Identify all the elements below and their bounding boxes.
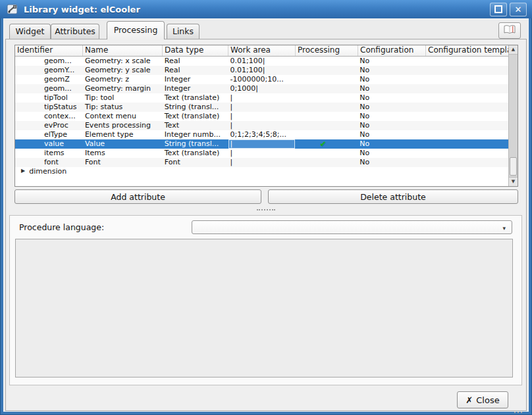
table-row[interactable]: itemsItemsText (translate)|No <box>15 149 508 158</box>
expander-icon[interactable]: ▶ <box>21 166 25 176</box>
cell-data-type: Text (translate) <box>163 112 228 121</box>
delete-attribute-button[interactable]: Delete attribute <box>268 189 518 204</box>
cell-identifier: tipTool <box>15 93 83 103</box>
scrollbar-thumb[interactable] <box>510 157 517 176</box>
tab-attributes[interactable]: Attributes <box>51 24 99 39</box>
cell-processing <box>295 57 358 66</box>
cell-configuration: No <box>358 103 425 112</box>
cell-identifier: tipStatus <box>15 103 83 112</box>
cell-configuration: No <box>358 75 425 84</box>
table-row[interactable]: tipToolTip: toolText (translate)|No <box>15 93 508 103</box>
cell-configuration: No <box>358 121 425 130</box>
cell-identifier: font <box>15 158 83 167</box>
scroll-down-button[interactable]: ▼ <box>509 177 518 186</box>
cell-configuration-template <box>425 121 508 130</box>
table-row[interactable]: evProcEvents processingText|No <box>15 121 508 130</box>
table-row[interactable]: ▶dimension <box>15 167 508 176</box>
cell-processing <box>295 66 358 75</box>
cell-processing <box>295 149 358 158</box>
cell-work-area: | <box>228 158 296 167</box>
cell-data-type: Integer <box>163 75 228 84</box>
close-x-icon: ✗ <box>466 395 473 405</box>
dialog-window: Library widget: elCooler ✕ Widget Attrib… <box>0 0 532 415</box>
cell-identifier: value <box>15 139 83 149</box>
add-attribute-button[interactable]: Add attribute <box>14 189 261 204</box>
cell-name: Events processing <box>83 121 163 130</box>
cell-work-area: | <box>228 93 296 103</box>
table-row[interactable]: geomZGeometry: zInteger-1000000;10...No <box>15 75 508 84</box>
cell-work-area: | <box>228 149 296 158</box>
cell-name: Geometry: z <box>83 75 163 84</box>
table-row[interactable]: valueValueString (transl...|✔No <box>15 139 508 149</box>
cell-data-type: Font <box>163 158 228 167</box>
cell-identifier: geom... <box>15 84 83 93</box>
tab-processing[interactable]: Processing <box>107 21 165 39</box>
cell-data-type: String (transl... <box>163 103 228 112</box>
tab-links[interactable]: Links <box>167 24 200 39</box>
cell-configuration-template <box>425 66 508 75</box>
cell-configuration: No <box>358 84 425 93</box>
column-header[interactable]: Data type <box>163 45 228 56</box>
table-row[interactable]: geom...Geometry: marginInteger0;1000|No <box>15 84 508 93</box>
cell-work-area: | <box>228 112 296 121</box>
table-row[interactable]: elTypeElement typeInteger numb...0;1;2;3… <box>15 130 508 139</box>
up-arrow-icon: ▲ <box>512 47 515 52</box>
book-icon <box>503 24 516 37</box>
cell-configuration-template <box>425 84 508 93</box>
vertical-scrollbar[interactable]: ▲ ▼ <box>508 45 518 186</box>
cell-configuration-template <box>425 75 508 84</box>
procedure-editor[interactable] <box>15 239 513 378</box>
cell-configuration-template <box>425 158 508 167</box>
splitter-dots-icon <box>257 209 275 210</box>
cell-data-type: Text (translate) <box>163 93 228 103</box>
column-header[interactable]: Processing <box>296 45 358 56</box>
table-row[interactable]: fontFontFont|No <box>15 158 508 167</box>
table-rows-viewport[interactable]: geom...Geometry: x scaleReal0.01;100|Nog… <box>15 57 508 186</box>
cell-identifier: contex... <box>15 112 83 121</box>
table-row[interactable]: tipStatusTip: statusString (transl...|No <box>15 103 508 112</box>
column-header[interactable]: Configuration <box>358 45 426 56</box>
window-icon <box>7 4 18 14</box>
titlebar[interactable]: Library widget: elCooler ✕ <box>0 0 532 18</box>
help-button[interactable] <box>498 22 521 39</box>
maximize-button[interactable] <box>490 3 507 16</box>
splitter-handle[interactable] <box>3 207 529 213</box>
close-button[interactable]: ✗ Close <box>457 391 508 408</box>
cell-data-type: String (transl... <box>163 139 228 149</box>
column-header[interactable]: Configuration templa <box>426 45 509 56</box>
column-header[interactable]: Identifier <box>15 45 83 56</box>
group-label: dimension <box>29 167 66 176</box>
cell-identifier: elType <box>15 130 83 139</box>
cell-name: Geometry: y scale <box>83 66 163 75</box>
cell-identifier: evProc <box>15 121 83 130</box>
cell-processing <box>295 75 358 84</box>
close-button-label: Close <box>476 395 499 405</box>
cell-name: Tip: status <box>83 103 163 112</box>
table-row[interactable]: contex...Context menuText (translate)|No <box>15 112 508 121</box>
cell-processing: ✔ <box>295 139 358 149</box>
table-row[interactable]: geomY...Geometry: y scaleReal0.01;100|No <box>15 66 508 75</box>
close-window-button[interactable]: ✕ <box>510 3 527 16</box>
cell-work-area: 0;1000| <box>228 84 296 93</box>
cell-name: Geometry: x scale <box>83 57 163 66</box>
column-header[interactable]: Name <box>83 45 163 56</box>
cell-processing <box>295 112 358 121</box>
cell-work-area: 0.01;100| <box>228 66 296 75</box>
column-header[interactable]: Work area <box>228 45 296 56</box>
cell-configuration-template <box>425 130 508 139</box>
cell-work-area: -1000000;10... <box>228 75 296 84</box>
tab-widget[interactable]: Widget <box>9 24 51 39</box>
close-icon: ✕ <box>515 5 522 14</box>
cell-identifier: geomZ <box>15 75 83 84</box>
cell-data-type: Integer <box>163 84 228 93</box>
cell-configuration: No <box>358 149 425 158</box>
maximize-icon <box>494 5 502 13</box>
cell-identifier: geom... <box>15 57 83 66</box>
procedure-language-select[interactable]: ▾ <box>192 220 512 234</box>
table-row[interactable]: geom...Geometry: x scaleReal0.01;100|No <box>15 57 508 66</box>
scroll-up-button[interactable]: ▲ <box>509 45 518 55</box>
cell-data-type: Real <box>163 57 228 66</box>
cell-data-type: Text (translate) <box>163 149 228 158</box>
cell-work-area: 0;1;2;3;4;5;8;... <box>228 130 296 139</box>
cell-configuration-template <box>425 112 508 121</box>
